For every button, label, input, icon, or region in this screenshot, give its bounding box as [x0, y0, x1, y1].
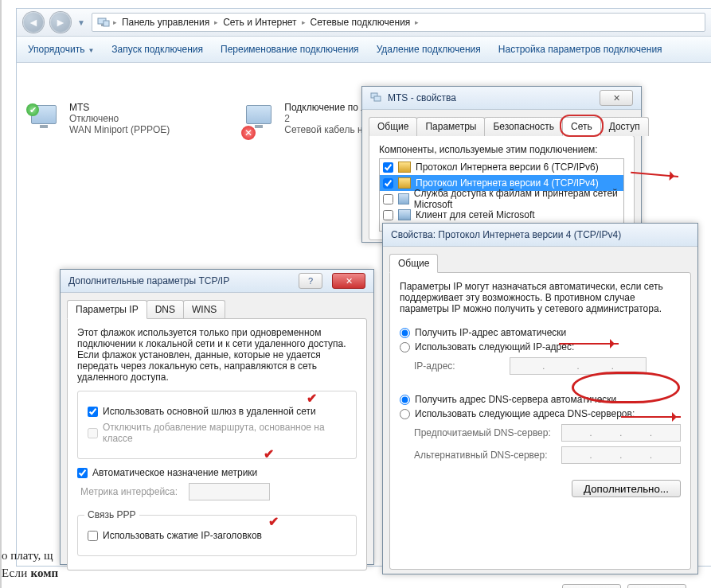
list-item: Служба доступа к файлам и принтерам сете…	[380, 191, 623, 207]
dialog-titlebar: MTS - свойства ✕	[362, 87, 641, 110]
ipv4-properties-dialog: Свойства: Протокол Интернета версии 4 (T…	[382, 223, 698, 574]
check-icon: ✔	[26, 103, 39, 116]
connection-item-mts[interactable]: ✔ MTS Отключено WAN Miniport (PPPOE)	[26, 71, 170, 166]
preferred-dns-label: Предпочитаемый DNS-сервер:	[414, 427, 553, 438]
nav-history-dropdown[interactable]: ▼	[77, 18, 85, 27]
address-bar: ◄ ► ▼ ▸ Панель управления ▸ Сеть и Интер…	[17, 9, 711, 37]
connection-item-lan[interactable]: ✕ Подключение по л 2 Сетевой кабель не	[241, 71, 368, 166]
svg-rect-4	[374, 96, 381, 101]
close-button[interactable]: ✕	[600, 90, 633, 106]
background-document-text: о плату, щ Если Если компкомп	[2, 547, 58, 582]
tab-network[interactable]: Сеть	[562, 117, 601, 136]
advanced-button[interactable]: Дополнительно...	[572, 480, 681, 497]
dialog-titlebar: Дополнительные параметры TCP/IP ? ✕	[61, 270, 373, 293]
network-icon	[97, 16, 110, 29]
annotation-circle	[572, 372, 680, 403]
components-label: Компоненты, используемые этим подключени…	[379, 144, 624, 155]
annotation-arrow	[621, 416, 681, 418]
tab-access[interactable]: Доступ	[600, 117, 649, 136]
tab-content: Этот флажок используется только при одно…	[67, 318, 367, 570]
close-button[interactable]: ✕	[332, 273, 365, 289]
connection-name: Подключение по л	[284, 102, 368, 113]
tab-security[interactable]: Безопасность	[484, 117, 563, 136]
checkbox[interactable]	[383, 162, 393, 173]
annotation-checkmark: ✔	[268, 514, 279, 529]
annotation-checkmark: ✔	[264, 446, 274, 461]
protocol-icon	[398, 177, 411, 189]
dialog-buttons: ОК Отмена	[383, 576, 697, 588]
advanced-tcpip-dialog: Дополнительные параметры TCP/IP ? ✕ Пара…	[60, 269, 374, 565]
nav-back-button[interactable]: ◄	[23, 12, 44, 33]
dialog-title: MTS - свойства	[388, 92, 456, 103]
nav-forward-button[interactable]: ►	[50, 12, 71, 33]
connection-device: WAN Miniport (PPPOE)	[69, 124, 170, 135]
network-icon	[370, 92, 381, 105]
chevron-right-icon: ▸	[415, 18, 419, 26]
client-icon	[398, 209, 411, 220]
error-icon: ✕	[241, 126, 256, 140]
service-icon	[398, 193, 409, 204]
radio-auto-ip[interactable]: Получить IP-адрес автоматически	[400, 327, 681, 338]
ppp-group: Связь PPP Использовать сжатие IP-заголов…	[77, 515, 357, 556]
cmd-organize[interactable]: Упорядочить▼	[28, 44, 94, 55]
tab-parameters[interactable]: Параметры	[416, 117, 485, 136]
annotation-arrow	[559, 343, 619, 345]
tab-dns[interactable]: DNS	[146, 300, 184, 319]
chevron-right-icon: ▸	[214, 18, 218, 26]
adv-description: Этот флажок используется только при одно…	[77, 327, 357, 383]
help-button[interactable]: ?	[299, 273, 322, 289]
chevron-right-icon: ▸	[302, 18, 306, 26]
preferred-dns-input: ...	[561, 424, 681, 442]
connection-status: 2	[284, 113, 368, 124]
crumb-network-connections[interactable]: Сетевые подключения	[309, 17, 412, 28]
cb-ppp-compress[interactable]: Использовать сжатие IP-заголовков	[88, 530, 346, 541]
svg-rect-2	[104, 21, 109, 26]
tabs: Общие Параметры Безопасность Сеть Доступ	[362, 110, 641, 135]
ip-address-label: IP-адрес:	[414, 360, 502, 372]
list-item: Протокол Интернета версии 6 (TCP/IPv6)	[380, 159, 623, 175]
cmd-delete-connection[interactable]: Удаление подключения	[377, 44, 481, 55]
connection-name: MTS	[69, 102, 170, 113]
alt-dns-input: ...	[561, 446, 681, 464]
dialog-title: Дополнительные параметры TCP/IP	[68, 275, 229, 286]
metric-label: Метрика интерфейса:	[80, 486, 181, 497]
ok-button[interactable]: ОК	[562, 584, 621, 588]
tab-content: Параметры IP могут назначаться автоматич…	[389, 272, 691, 570]
cmd-rename-connection[interactable]: Переименование подключения	[221, 44, 359, 55]
tab-wins[interactable]: WINS	[183, 300, 225, 319]
checkbox[interactable]	[383, 210, 393, 220]
dialog-title: Свойства: Протокол Интернета версии 4 (T…	[391, 229, 621, 240]
connection-status: Отключено	[69, 113, 170, 124]
cb-auto-metric[interactable]: Автоматическое назначение метрики	[77, 467, 357, 478]
tab-general[interactable]: Общие	[369, 117, 417, 136]
metric-input	[189, 483, 270, 500]
cmd-connection-settings[interactable]: Настройка параметров подключения	[498, 44, 662, 55]
ppp-legend: Связь PPP	[84, 509, 139, 520]
annotation-checkmark: ✔	[307, 391, 317, 406]
crumb-control-panel[interactable]: Панель управления	[120, 17, 211, 28]
components-list[interactable]: Протокол Интернета версии 6 (TCP/IPv6) П…	[379, 158, 624, 232]
cb-remote-gateway[interactable]: Использовать основной шлюз в удаленной с…	[88, 406, 346, 417]
ipv4-description: Параметры IP могут назначаться автоматич…	[400, 281, 681, 314]
command-bar: Упорядочить▼ Запуск подключения Переимен…	[17, 37, 711, 63]
tab-ip-params[interactable]: Параметры IP	[67, 300, 147, 319]
checkbox[interactable]	[383, 194, 393, 204]
breadcrumb[interactable]: ▸ Панель управления ▸ Сеть и Интернет ▸ …	[92, 13, 705, 32]
connection-icon: ✕	[241, 103, 276, 134]
cmd-start-connection[interactable]: Запуск подключения	[111, 44, 203, 55]
cancel-button[interactable]: Отмена	[627, 584, 686, 588]
dialog-titlebar: Свойства: Протокол Интернета версии 4 (T…	[383, 224, 697, 247]
chevron-right-icon: ▸	[113, 18, 117, 26]
connection-device: Сетевой кабель не	[284, 124, 368, 135]
alt-dns-label: Альтернативный DNS-сервер:	[414, 450, 553, 461]
radio-use-ip[interactable]: Использовать следующий IP-адрес:	[400, 341, 681, 352]
connection-icon: ✔	[26, 103, 61, 134]
checkbox[interactable]	[383, 178, 393, 189]
mts-properties-dialog: MTS - свойства ✕ Общие Параметры Безопас…	[361, 86, 642, 243]
protocol-icon	[398, 162, 411, 173]
crumb-network-internet[interactable]: Сеть и Интернет	[221, 17, 298, 28]
cb-disable-class-route: Отключить добавление маршрута, основанно…	[88, 422, 346, 444]
tab-general[interactable]: Общие	[389, 254, 438, 273]
